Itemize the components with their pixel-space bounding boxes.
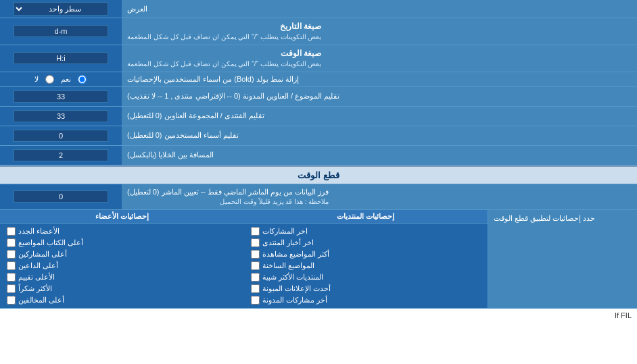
cb-label: أكثر المواضيع مشاهدة — [262, 250, 329, 259]
checkboxes-col2: الأعضاء الجدد أعلى الكتاب المواضيع أعلى … — [0, 224, 244, 308]
list-item: أحدث الإعلانات المبونة — [250, 283, 483, 294]
list-item: أكثر المواضيع مشاهدة — [250, 249, 483, 260]
list-item: أعلى المشاركين — [5, 249, 239, 260]
filter-input-cell — [0, 184, 122, 209]
forum-order-row: تقليم الفنتدى / المجموعة العناوين (0 للت… — [0, 107, 637, 126]
cb-label: اخر المشاركات — [262, 227, 308, 236]
list-item: اخر أخبار المنتدى — [250, 237, 483, 249]
cb-label: أعلى الكتاب المواضيع — [18, 238, 83, 247]
time-format-input-cell — [0, 45, 122, 72]
cb-input[interactable] — [7, 250, 16, 259]
filter-sublabel: ملاحظة : هذا قد يزيد قليلاً وقت التحميل — [127, 197, 329, 207]
cb-label: أحدث الإعلانات المبونة — [262, 284, 331, 293]
bold-remove-input-cell: نعم لا — [0, 72, 122, 86]
time-format-row: صيغة الوقت بعض التكوينات يتطلب "/" التي … — [0, 45, 637, 72]
list-item: المواضيع الساخنة — [250, 260, 483, 271]
username-trim-label: تقليم أسماء المستخدمين (0 للتعطيل) — [122, 126, 637, 145]
checkboxes-col1: اخر المشاركات اخر أخبار المنتدى أكثر الم… — [244, 224, 489, 308]
bold-remove-yes-label: نعم — [61, 75, 71, 84]
cb-input[interactable] — [7, 261, 16, 270]
display-mode-label: العرض — [122, 0, 637, 18]
username-trim-input-cell — [0, 126, 122, 145]
forum-order-label: تقليم الفنتدى / المجموعة العناوين (0 للت… — [122, 107, 637, 126]
cb-label: المواضيع الساخنة — [262, 261, 314, 270]
list-item: الأعضاء الجدد — [5, 226, 239, 237]
bold-remove-no-label: لا — [34, 75, 39, 84]
cell-spacing-label: المسافة بين الخلايا (بالبكسل) — [122, 146, 637, 165]
checkboxes-cols: إحصائيات المنتديات إحصائيات الأعضاء اخر … — [0, 210, 488, 308]
display-mode-control: سطر واحد سطران ثلاثة أسطر — [0, 0, 122, 18]
list-item: أعلى المخالفين — [5, 294, 239, 306]
col2-header: إحصائيات الأعضاء — [0, 210, 244, 223]
cb-input[interactable] — [251, 227, 260, 236]
topic-order-input[interactable] — [14, 90, 108, 103]
bold-remove-no-radio[interactable] — [45, 75, 54, 84]
list-item: المنتديات الأكثر شبية — [250, 271, 483, 283]
topic-order-row: تقليم الموضوع / العناوين المدونة (0 -- ا… — [0, 87, 637, 107]
cb-input[interactable] — [7, 238, 16, 247]
date-format-sublabel: بعض التكوينات يتطلب "/" التي يمكن ان تضا… — [127, 32, 321, 42]
cb-label: أعلى المخالفين — [18, 296, 64, 305]
cell-spacing-input-cell — [0, 146, 122, 165]
display-mode-row: العرض سطر واحد سطران ثلاثة أسطر — [0, 0, 637, 18]
cb-input[interactable] — [251, 296, 260, 305]
apply-label-cell: حدد إحصائيات لتطبيق قطع الوقت — [488, 210, 637, 308]
time-cut-header: قطع الوقت — [0, 165, 637, 184]
filter-label: فرز البيانات من يوم الماشر الماضي فقط --… — [122, 184, 637, 209]
time-format-input[interactable] — [14, 52, 108, 64]
display-mode-select[interactable]: سطر واحد سطران ثلاثة أسطر — [14, 2, 108, 16]
date-format-input-cell — [0, 18, 122, 45]
cb-input[interactable] — [251, 261, 260, 270]
filter-input[interactable] — [14, 190, 108, 203]
date-format-title: صيغة التاريخ — [127, 21, 321, 32]
cb-label: أخر مشاركات المدونة — [262, 296, 327, 305]
cell-spacing-row: المسافة بين الخلايا (بالبكسل) — [0, 146, 637, 165]
filter-row: فرز البيانات من يوم الماشر الماضي فقط --… — [0, 184, 637, 210]
filter-main-label: فرز البيانات من يوم الماشر الماضي فقط --… — [127, 187, 329, 197]
list-item: اخر المشاركات — [250, 226, 483, 237]
bold-remove-label: إزالة نمط بولد (Bold) من اسماء المستخدمي… — [122, 72, 637, 86]
list-item: الأكثر شكراً — [5, 283, 239, 294]
time-format-sublabel: بعض التكوينات يتطلب "/" التي يمكن ان تضا… — [127, 59, 321, 69]
username-trim-input[interactable] — [14, 130, 108, 142]
cb-label: اخر أخبار المنتدى — [262, 238, 314, 247]
list-item: الأعلى تقييم — [5, 271, 239, 283]
date-format-row: صيغة التاريخ بعض التكوينات يتطلب "/" الت… — [0, 18, 637, 45]
cb-label: المنتديات الأكثر شبية — [262, 273, 323, 282]
topic-order-input-cell — [0, 87, 122, 106]
time-format-label: صيغة الوقت بعض التكوينات يتطلب "/" التي … — [122, 45, 637, 72]
cb-label: الأعلى تقييم — [18, 273, 55, 282]
cb-label: الأعضاء الجدد — [18, 227, 60, 236]
cb-input[interactable] — [251, 250, 260, 259]
checkboxes-area: حدد إحصائيات لتطبيق قطع الوقت إحصائيات ا… — [0, 210, 637, 309]
cb-input[interactable] — [251, 273, 260, 282]
forum-order-input-cell — [0, 107, 122, 126]
date-format-input[interactable] — [14, 25, 108, 37]
bold-remove-row: إزالة نمط بولد (Bold) من اسماء المستخدمي… — [0, 72, 637, 87]
cb-input[interactable] — [7, 273, 16, 282]
main-container: العرض سطر واحد سطران ثلاثة أسطر صيغة الت… — [0, 0, 637, 322]
cb-input[interactable] — [251, 238, 260, 247]
list-item: أعلى الكتاب المواضيع — [5, 237, 239, 249]
checkboxes-body: اخر المشاركات اخر أخبار المنتدى أكثر الم… — [0, 224, 488, 308]
checkboxes-headers: إحصائيات المنتديات إحصائيات الأعضاء — [0, 210, 488, 224]
topic-order-label: تقليم الموضوع / العناوين المدونة (0 -- ا… — [122, 87, 637, 106]
list-item: أعلى الداعين — [5, 260, 239, 271]
cb-label: أعلى الداعين — [18, 261, 58, 270]
cb-label: أعلى المشاركين — [18, 250, 67, 259]
bottom-text: If FIL — [0, 309, 637, 322]
cb-input[interactable] — [7, 227, 16, 236]
cell-spacing-input[interactable] — [14, 149, 108, 161]
cb-input[interactable] — [7, 296, 16, 305]
forum-order-input[interactable] — [14, 110, 108, 122]
username-trim-row: تقليم أسماء المستخدمين (0 للتعطيل) — [0, 126, 637, 146]
col1-header: إحصائيات المنتديات — [244, 210, 489, 223]
date-format-label: صيغة التاريخ بعض التكوينات يتطلب "/" الت… — [122, 18, 637, 45]
list-item: أخر مشاركات المدونة — [250, 294, 483, 306]
time-format-title: صيغة الوقت — [127, 48, 321, 59]
cb-label: الأكثر شكراً — [18, 284, 52, 293]
cb-input[interactable] — [251, 284, 260, 293]
bold-remove-yes-radio[interactable] — [78, 75, 87, 84]
cb-input[interactable] — [7, 284, 16, 293]
